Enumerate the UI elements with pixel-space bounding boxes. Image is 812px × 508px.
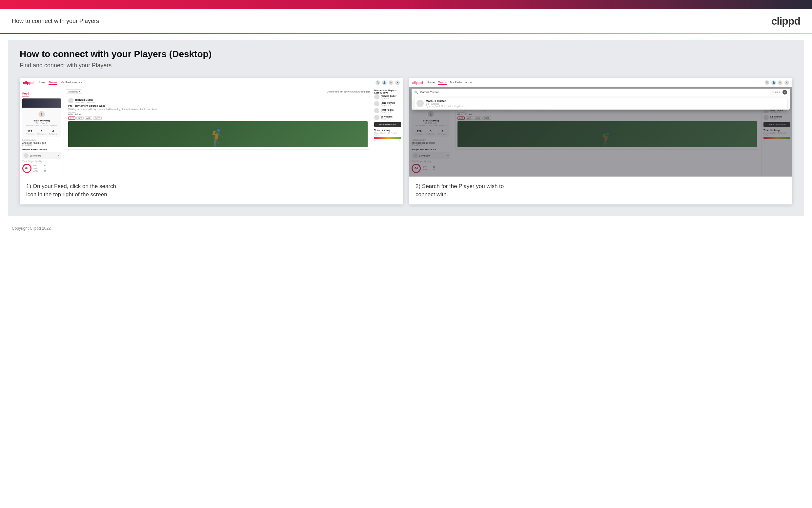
nav-teams-2[interactable]: Teams [438,81,447,85]
tag-putt: PUTT [93,117,102,120]
center-header-1: Following ▾ Control who can see your act… [66,89,370,94]
tag-arg: ARG [85,117,92,120]
tag-ott: OTT [68,117,76,120]
feed-tab-1[interactable]: Feed [22,92,29,96]
mock-app-2: clippd Home Teams My Performance 🔍 👤 ⚙ ● [409,78,792,176]
avatar-icon-2[interactable]: ● [784,80,789,85]
app-right-1: Most Active Players - Last 30 days Richa… [372,87,403,176]
settings-icon-1[interactable]: ⚙ [389,80,393,85]
pp-player-row-1[interactable]: Eli Vincent ▾ [22,152,61,159]
profile-stats-1: 129 Activities 3 Followers 4 Following [24,128,59,135]
nav-items-2: Home Teams My Performance [427,81,472,85]
search-icon-2[interactable]: 🔍 [765,80,769,85]
settings-icon-2[interactable]: ⚙ [778,80,782,85]
player-list-item-1: Richard Butler Activities: 7 [374,94,401,99]
chevron-icon-following: ▾ [79,90,80,93]
caption-2: 2) Search for the Player you wish toconn… [409,176,792,205]
activity-image-1: 🏌 [68,121,368,147]
app-nav-2: clippd Home Teams My Performance 🔍 👤 ⚙ ● [409,78,792,87]
profile-bg-1 [22,98,61,108]
pp-avatar-1 [24,153,29,158]
nav-home-1[interactable]: Home [37,81,45,85]
player-list-item-3: Hiral Pujara Activities: 3 [374,108,401,113]
main-content: How to connect with your Players (Deskto… [8,40,804,216]
person-icon-2[interactable]: 👤 [771,80,776,85]
logo: clippd [771,15,800,27]
search-result-avatar [417,100,424,107]
search-overlay-container: 🔍 Marcus Turner CLEAR ✕ Marcus Turner 1-… [412,89,790,110]
nav-home-2[interactable]: Home [427,81,434,85]
pp-chevron-icon: ▾ [58,154,59,157]
player-avatar-ev [374,115,379,120]
nav-icons-1: 🔍 👤 ⚙ ● [376,80,400,85]
profile-name-1: Blair McHarg [24,119,59,122]
screenshot-panel-1: clippd Home Teams My Performance 🔍 👤 ⚙ ● [20,78,403,205]
search-icon-inline: 🔍 [414,91,418,94]
copyright: Copyright Clippd 2022 [12,226,51,231]
control-link-1[interactable]: Control who can see your activity and da… [327,91,370,93]
caption-text-1: 1) On your Feed, click on the searchicon… [26,182,396,199]
app-nav-1: clippd Home Teams My Performance 🔍 👤 ⚙ ● [20,78,403,87]
tag-app: APP [77,117,84,120]
following-button-1[interactable]: Following ▾ [66,89,82,94]
app-logo-1: clippd [23,81,34,85]
profile-club-1: Mill Ride Golf Club, United Kingdom [24,124,59,126]
player-performance-section-1: Player Performance Eli Vincent ▾ Total P… [22,148,61,173]
player-list-item-2: Piers Parnell Activities: 4 [374,101,401,106]
search-result-1[interactable]: Marcus Turner 1-5 Handicap Cypress Point… [414,97,787,110]
search-close-btn[interactable]: ✕ [782,90,787,94]
player-avatar-hp [374,108,379,113]
player-list-item-4: Eli Vincent Activities: 1 [374,115,401,120]
search-bar-2: 🔍 Marcus Turner CLEAR ✕ [412,89,790,96]
screenshot-panel-2: clippd Home Teams My Performance 🔍 👤 ⚙ ● [409,78,792,205]
main-subtitle: Find and connect with your Players [20,62,792,69]
search-input-2[interactable]: Marcus Turner [420,91,769,94]
metric-arg: ARG 64 [34,170,46,172]
footer: Copyright Clippd 2022 [0,222,812,235]
search-icon-1[interactable]: 🔍 [376,80,380,85]
caption-1: 1) On your Feed, click on the searchicon… [20,176,403,205]
app-logo-2: clippd [412,81,423,85]
header-divider [0,33,812,34]
nav-myperformance-1[interactable]: My Performance [61,81,82,85]
top-bar [0,0,812,9]
metric-ott: OTT 79 [34,165,46,167]
caption-text-2: 2) Search for the Player you wish toconn… [416,182,786,199]
profile-title-1: Golf Coach [24,122,59,124]
nav-items-1: Home Teams My Performance [37,81,82,85]
profile-card-1: 🏌 Blair McHarg Golf Coach Mill Ride Golf… [22,98,61,137]
app-center-1: Following ▾ Control who can see your act… [64,87,372,176]
team-heatmap-label-1: Team Heatmap [374,129,401,131]
activity-tags-1: OTT APP ARG PUTT [68,117,368,120]
latest-activity-1: Latest Activity Afternoon round of golf … [22,139,61,146]
player-avatar-rb [374,94,379,99]
team-dashboard-btn-1[interactable]: Team Dashboard [374,122,401,127]
app-body-1: Feed 🏌 Blair McHarg Golf Coach Mill Ride… [20,87,403,176]
metric-app: APP 70 [34,167,46,169]
search-clear-btn[interactable]: CLEAR [771,91,780,94]
nav-teams-1[interactable]: Teams [49,81,57,85]
mock-app-1: clippd Home Teams My Performance 🔍 👤 ⚙ ● [20,78,403,176]
profile-avatar-1: 🏌 [38,110,46,118]
nav-icons-2: 🔍 👤 ⚙ ● [765,80,789,85]
activity-header-1: Richard Butler Yesterday · The Grove [68,98,368,103]
app-left-1: Feed 🏌 Blair McHarg Golf Coach Mill Ride… [20,87,64,176]
stat-activities-1: 129 Activities [26,130,34,135]
activity-card-1: Richard Butler Yesterday · The Grove Pre… [66,96,370,150]
avatar-icon-1[interactable]: ● [395,80,400,85]
activity-avatar-1 [68,98,74,103]
heatmap-labels-1: -5 +5 [374,139,401,141]
metric-bars-1: OTT 79 APP [34,165,46,173]
player-avatar-pp [374,101,379,106]
nav-myperformance-2[interactable]: My Performance [450,81,472,85]
stat-followers-1: 3 Followers [37,130,46,135]
person-icon-1[interactable]: 👤 [382,80,387,85]
screenshots-row: clippd Home Teams My Performance 🔍 👤 ⚙ ● [20,78,792,205]
page-title: How to connect with your Players [12,18,99,25]
score-circle-1: 84 [22,164,32,173]
header: How to connect with your Players clippd [0,9,812,33]
main-title: How to connect with your Players (Deskto… [20,49,792,59]
stat-following-1: 4 Following [49,130,57,135]
heatmap-bar-1 [374,137,401,139]
